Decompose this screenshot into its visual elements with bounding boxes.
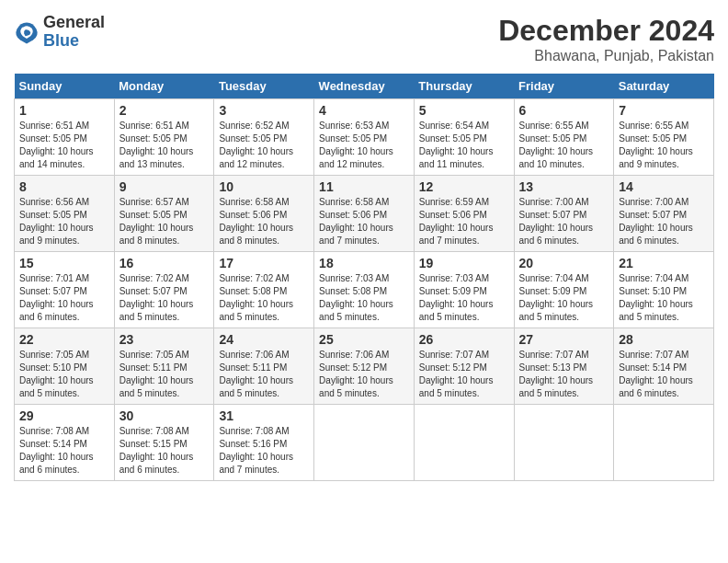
col-saturday: Saturday: [614, 74, 714, 99]
logo-text: General Blue: [43, 14, 105, 51]
week-1: 1 Sunrise: 6:51 AMSunset: 5:05 PMDayligh…: [15, 99, 714, 176]
day-20: 20 Sunrise: 7:04 AMSunset: 5:09 PMDaylig…: [514, 252, 614, 328]
day-11: 11 Sunrise: 6:58 AMSunset: 5:06 PMDaylig…: [314, 176, 415, 252]
day-1: 1 Sunrise: 6:51 AMSunset: 5:05 PMDayligh…: [15, 99, 115, 176]
day-2: 2 Sunrise: 6:51 AMSunset: 5:05 PMDayligh…: [114, 99, 214, 176]
week-2: 8 Sunrise: 6:56 AMSunset: 5:05 PMDayligh…: [15, 176, 714, 252]
empty-cell-3: [514, 405, 614, 481]
week-3: 15 Sunrise: 7:01 AMSunset: 5:07 PMDaylig…: [15, 252, 714, 328]
day-7: 7 Sunrise: 6:55 AMSunset: 5:05 PMDayligh…: [614, 99, 714, 176]
day-21: 21 Sunrise: 7:04 AMSunset: 5:10 PMDaylig…: [614, 252, 714, 328]
day-28: 28 Sunrise: 7:07 AMSunset: 5:14 PMDaylig…: [614, 328, 714, 405]
col-friday: Friday: [514, 74, 614, 99]
day-10: 10 Sunrise: 6:58 AMSunset: 5:06 PMDaylig…: [214, 176, 314, 252]
col-monday: Monday: [114, 74, 214, 99]
day-25: 25 Sunrise: 7:06 AMSunset: 5:12 PMDaylig…: [314, 328, 415, 405]
empty-cell-4: [614, 405, 714, 481]
day-12: 12 Sunrise: 6:59 AMSunset: 5:06 PMDaylig…: [414, 176, 514, 252]
empty-cell-2: [414, 405, 514, 481]
day-16: 16 Sunrise: 7:02 AMSunset: 5:07 PMDaylig…: [114, 252, 214, 328]
day-8: 8 Sunrise: 6:56 AMSunset: 5:05 PMDayligh…: [15, 176, 115, 252]
day-27: 27 Sunrise: 7:07 AMSunset: 5:13 PMDaylig…: [514, 328, 614, 405]
month-title: December 2024: [498, 14, 714, 48]
day-30: 30 Sunrise: 7:08 AMSunset: 5:15 PMDaylig…: [114, 405, 214, 481]
day-23: 23 Sunrise: 7:05 AMSunset: 5:11 PMDaylig…: [114, 328, 214, 405]
day-9: 9 Sunrise: 6:57 AMSunset: 5:05 PMDayligh…: [114, 176, 214, 252]
day-6: 6 Sunrise: 6:55 AMSunset: 5:05 PMDayligh…: [514, 99, 614, 176]
calendar-table: Sunday Monday Tuesday Wednesday Thursday…: [14, 74, 714, 481]
empty-cell-1: [314, 405, 415, 481]
day-14: 14 Sunrise: 7:00 AMSunset: 5:07 PMDaylig…: [614, 176, 714, 252]
day-15: 15 Sunrise: 7:01 AMSunset: 5:07 PMDaylig…: [15, 252, 115, 328]
week-4: 22 Sunrise: 7:05 AMSunset: 5:10 PMDaylig…: [15, 328, 714, 405]
col-wednesday: Wednesday: [314, 74, 415, 99]
day-5: 5 Sunrise: 6:54 AMSunset: 5:05 PMDayligh…: [414, 99, 514, 176]
calendar-header-row: Sunday Monday Tuesday Wednesday Thursday…: [15, 74, 714, 99]
location-title: Bhawana, Punjab, Pakistan: [498, 48, 714, 64]
logo: General Blue: [14, 14, 105, 51]
title-section: December 2024 Bhawana, Punjab, Pakistan: [498, 14, 714, 64]
page-header: General Blue December 2024 Bhawana, Punj…: [14, 14, 714, 64]
day-3: 3 Sunrise: 6:52 AMSunset: 5:05 PMDayligh…: [214, 99, 314, 176]
day-24: 24 Sunrise: 7:06 AMSunset: 5:11 PMDaylig…: [214, 328, 314, 405]
day-17: 17 Sunrise: 7:02 AMSunset: 5:08 PMDaylig…: [214, 252, 314, 328]
col-tuesday: Tuesday: [214, 74, 314, 99]
day-19: 19 Sunrise: 7:03 AMSunset: 5:09 PMDaylig…: [414, 252, 514, 328]
col-thursday: Thursday: [414, 74, 514, 99]
day-18: 18 Sunrise: 7:03 AMSunset: 5:08 PMDaylig…: [314, 252, 415, 328]
day-26: 26 Sunrise: 7:07 AMSunset: 5:12 PMDaylig…: [414, 328, 514, 405]
day-4: 4 Sunrise: 6:53 AMSunset: 5:05 PMDayligh…: [314, 99, 415, 176]
day-13: 13 Sunrise: 7:00 AMSunset: 5:07 PMDaylig…: [514, 176, 614, 252]
day-31: 31 Sunrise: 7:08 AMSunset: 5:16 PMDaylig…: [214, 405, 314, 481]
logo-icon: [14, 19, 40, 45]
day-22: 22 Sunrise: 7:05 AMSunset: 5:10 PMDaylig…: [15, 328, 115, 405]
day-29: 29 Sunrise: 7:08 AMSunset: 5:14 PMDaylig…: [15, 405, 115, 481]
week-5: 29 Sunrise: 7:08 AMSunset: 5:14 PMDaylig…: [15, 405, 714, 481]
col-sunday: Sunday: [15, 74, 115, 99]
